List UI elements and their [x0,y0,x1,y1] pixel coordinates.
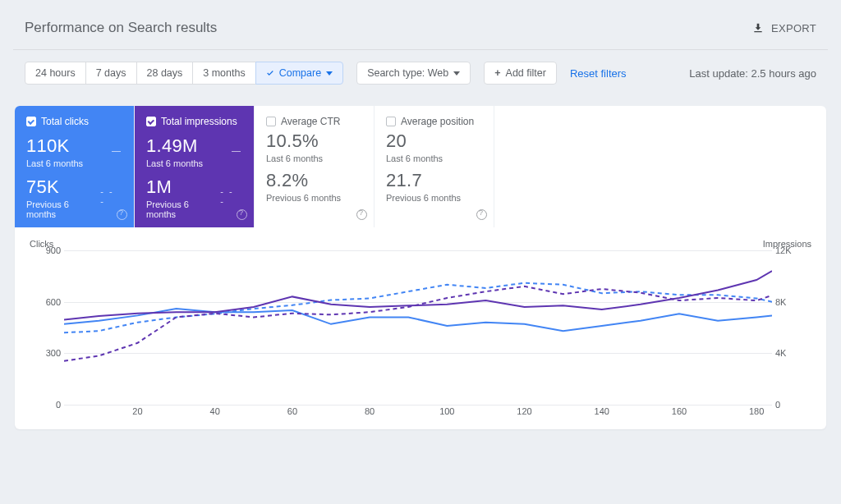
metric-card-clicks[interactable]: Total clicks 110K Last 6 months — 75K Pr… [15,106,135,227]
export-label: EXPORT [771,22,816,34]
solid-line-icon: — [232,145,242,155]
performance-chart: Clicks Impressions 90012K6008K3004K00 20… [15,227,826,421]
download-icon [751,21,765,34]
range-compare[interactable]: Compare [255,62,343,85]
last-update-text: Last update: 2.5 hours ago [689,67,816,80]
y-right-tick: 4K [775,348,811,358]
help-icon[interactable] [117,209,127,222]
help-icon[interactable] [356,209,367,222]
checkbox-position[interactable] [386,117,396,126]
help-icon[interactable] [237,209,247,222]
metric-card-ctr[interactable]: Average CTR 10.5% Last 6 months 8.2% Pre… [255,106,375,227]
y-left-tick: 0 [30,400,61,410]
metric-card-position[interactable]: Average position 20 Last 6 months 21.7 P… [375,106,494,227]
metric-previous-value: 1M [146,176,220,198]
checkbox-clicks[interactable] [26,117,36,126]
x-tick: 20 [132,406,142,416]
metric-current-label: Last 6 months [26,158,83,168]
y-left-tick: 300 [30,348,61,358]
chart-series [64,286,772,361]
add-filter-button[interactable]: + Add filter [484,62,557,85]
metric-title: Total impressions [161,116,237,127]
chart-series [64,271,772,320]
checkbox-ctr[interactable] [266,117,276,126]
checkbox-impressions[interactable] [146,117,156,126]
metric-card-impressions[interactable]: Total impressions 1.49M Last 6 months — … [135,106,255,227]
metric-previous-label: Previous 6 months [266,193,362,203]
range-7d[interactable]: 7 days [85,62,137,85]
range-28d[interactable]: 28 days [136,62,194,85]
export-button[interactable]: EXPORT [751,21,816,34]
y-left-tick: 600 [30,297,61,307]
search-type-chip[interactable]: Search type: Web [356,62,471,85]
plus-icon: + [494,67,500,79]
chart-series [64,283,772,333]
metric-current-value: 1.49M [146,135,203,157]
y-right-tick: 12K [775,245,811,255]
date-range-group: 24 hours 7 days 28 days 3 months Compare [25,62,343,85]
metric-current-value: 10.5% [266,131,362,152]
metric-previous-label: Previous 6 months [146,199,220,219]
page-title: Performance on Search results [25,20,217,36]
metric-previous-value: 21.7 [386,170,482,191]
metric-previous-label: Previous 6 months [26,199,100,219]
x-tick: 100 [439,406,454,416]
metric-current-value: 20 [386,131,482,152]
metric-previous-value: 8.2% [266,170,362,191]
x-tick: 140 [595,406,609,416]
chevron-down-icon [326,71,333,76]
search-type-label: Search type: Web [367,67,448,79]
add-filter-label: Add filter [506,67,546,79]
metric-current-value: 110K [26,135,83,157]
help-icon[interactable] [476,209,487,222]
range-24h[interactable]: 24 hours [25,62,86,85]
x-tick: 40 [210,406,220,416]
x-tick: 80 [365,406,375,416]
chevron-down-icon [453,71,460,76]
metric-previous-value: 75K [26,176,100,198]
y-right-tick: 8K [775,297,811,307]
metric-title: Average CTR [281,116,340,127]
metric-current-label: Last 6 months [386,153,482,163]
y-left-tick: 900 [30,245,61,255]
x-tick: 160 [672,406,687,416]
metric-previous-label: Previous 6 months [386,193,482,203]
metric-title: Average position [401,116,474,127]
solid-line-icon: — [112,145,122,155]
reset-filters-link[interactable]: Reset filters [570,67,627,80]
dashed-line-icon: - - - [100,186,122,206]
metric-current-label: Last 6 months [146,158,203,168]
dashed-line-icon: - - - [220,186,242,206]
metric-current-label: Last 6 months [266,153,362,163]
x-tick: 120 [517,406,531,416]
range-3m[interactable]: 3 months [192,62,255,85]
y-right-tick: 0 [775,400,811,410]
metric-title: Total clicks [41,116,89,127]
x-tick: 60 [287,406,297,416]
performance-panel: Total clicks 110K Last 6 months — 75K Pr… [15,106,826,429]
x-tick: 180 [749,406,764,416]
compare-label: Compare [279,67,321,79]
check-icon [266,69,274,77]
